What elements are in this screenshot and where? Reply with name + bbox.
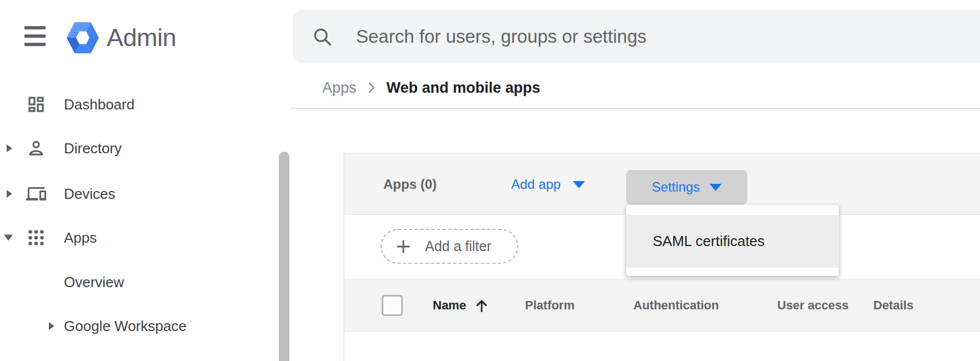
sidebar-item-directory[interactable]: Directory xyxy=(0,133,278,164)
main-menu-icon[interactable] xyxy=(24,26,46,46)
column-header-authentication: Authentication xyxy=(633,298,719,313)
apps-count-title: Apps (0) xyxy=(383,153,437,215)
expand-right-icon[interactable] xyxy=(7,144,12,152)
search-placeholder: Search for users, groups or settings xyxy=(356,26,647,47)
dashboard-icon xyxy=(26,94,46,114)
devices-icon xyxy=(26,184,46,204)
sidebar-item-dashboard[interactable]: Dashboard xyxy=(0,89,278,120)
sort-ascending-icon xyxy=(473,297,490,314)
product-title: Admin xyxy=(107,22,176,53)
expand-down-icon[interactable] xyxy=(4,235,13,241)
sidebar-item-label: Google Workspace xyxy=(64,318,187,335)
sidebar-item-label: Devices xyxy=(64,185,115,203)
breadcrumb-divider xyxy=(291,108,980,109)
apps-list-panel: Apps (0) Add app Settings SAML certifica… xyxy=(343,153,980,361)
google-admin-logo-icon xyxy=(67,22,99,53)
select-all-checkbox[interactable] xyxy=(382,295,403,316)
chevron-right-icon xyxy=(368,81,376,94)
plus-icon xyxy=(396,239,411,254)
add-filter-label: Add a filter xyxy=(425,238,492,254)
dropdown-caret-icon xyxy=(573,181,585,188)
menu-item-saml-certificates[interactable]: SAML certificates xyxy=(626,215,839,268)
search-icon xyxy=(312,26,333,47)
add-filter-button[interactable]: Add a filter xyxy=(381,229,518,264)
apps-table-header: Name Platform Authentication User access… xyxy=(344,279,980,332)
sidebar-item-google-workspace[interactable]: Google Workspace xyxy=(0,310,278,342)
sidebar-item-label: Directory xyxy=(64,140,122,157)
column-header-name[interactable]: Name xyxy=(433,298,466,313)
sidebar-scrollbar[interactable] xyxy=(279,152,289,361)
admin-console-screen: Admin Search for users, groups or settin… xyxy=(0,0,980,361)
breadcrumb-apps-link[interactable]: Apps xyxy=(322,79,357,97)
add-app-label: Add app xyxy=(511,177,561,192)
person-icon xyxy=(26,138,46,158)
sidebar-item-apps[interactable]: Apps xyxy=(0,222,278,253)
sidebar-item-devices[interactable]: Devices xyxy=(0,178,278,209)
expand-right-icon[interactable] xyxy=(49,322,54,330)
sidebar-item-apps-overview[interactable]: Overview xyxy=(0,267,278,298)
column-header-details: Details xyxy=(873,298,913,313)
sidebar-item-label: Overview xyxy=(64,274,124,291)
search-input[interactable]: Search for users, groups or settings xyxy=(293,10,980,63)
expand-right-icon[interactable] xyxy=(7,190,12,198)
breadcrumb-current-page: Web and mobile apps xyxy=(387,79,541,97)
settings-label: Settings xyxy=(652,179,700,195)
column-header-platform: Platform xyxy=(525,298,574,313)
apps-grid-icon xyxy=(26,228,46,248)
settings-button[interactable]: Settings xyxy=(626,170,747,204)
breadcrumb: Apps Web and mobile apps xyxy=(322,77,541,98)
sidebar-item-label: Apps xyxy=(64,229,97,247)
sidebar-item-label: Dashboard xyxy=(64,96,134,113)
settings-dropdown-menu: SAML certificates xyxy=(626,205,839,276)
dropdown-caret-icon xyxy=(709,184,722,191)
add-app-button[interactable]: Add app xyxy=(511,153,585,215)
column-header-user-access: User access xyxy=(777,298,848,313)
